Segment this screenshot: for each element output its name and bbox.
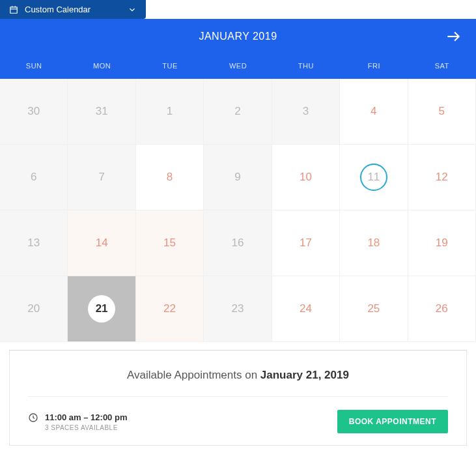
day-number: 19 xyxy=(436,237,448,250)
calendar-day[interactable]: 22 xyxy=(136,276,204,342)
calendar-grid: 3031123456789101112131415161718192021222… xyxy=(0,79,476,342)
day-number: 24 xyxy=(300,302,312,315)
day-number: 10 xyxy=(300,171,312,184)
month-title: JANUARY 2019 xyxy=(199,31,277,42)
svg-rect-0 xyxy=(10,7,18,12)
calendar-day[interactable]: 7 xyxy=(68,145,135,210)
calendar-day[interactable]: 6 xyxy=(0,145,68,210)
calendar-day[interactable]: 12 xyxy=(408,145,476,210)
next-month-button[interactable] xyxy=(445,28,462,45)
calendar-day[interactable]: 3 xyxy=(272,79,340,145)
day-number: 11 xyxy=(360,164,387,191)
day-number: 26 xyxy=(436,302,448,315)
slot-time: 11:00 am – 12:00 pm xyxy=(45,412,127,422)
appointments-title-prefix: Available Appointments on xyxy=(127,369,260,381)
calendar-day[interactable]: 5 xyxy=(408,79,476,145)
day-of-week-row: SUNMONTUEWEDTHUFRISAT xyxy=(0,54,476,79)
dow-cell: WED xyxy=(204,54,272,79)
day-number: 1 xyxy=(167,105,173,118)
day-number: 16 xyxy=(232,237,244,250)
calendar-day[interactable]: 23 xyxy=(204,276,272,342)
day-number: 4 xyxy=(371,105,376,118)
month-header: JANUARY 2019 xyxy=(0,19,476,54)
day-number: 3 xyxy=(303,105,309,118)
slot-row: 11:00 am – 12:00 pm 3 SPACES AVAILABLE B… xyxy=(28,397,448,433)
calendar-day[interactable]: 10 xyxy=(272,145,340,210)
dow-cell: THU xyxy=(272,54,340,79)
dow-cell: TUE xyxy=(136,54,204,79)
calendar-day[interactable]: 19 xyxy=(408,210,476,276)
calendar-day[interactable]: 26 xyxy=(408,276,476,342)
day-number: 9 xyxy=(234,171,240,184)
calendar-day[interactable]: 20 xyxy=(0,276,68,342)
day-number: 7 xyxy=(98,171,104,184)
calendar-day[interactable]: 8 xyxy=(136,145,204,210)
calendar-icon xyxy=(9,5,18,14)
calendar: JANUARY 2019 SUNMONTUEWEDTHUFRISAT 30311… xyxy=(0,19,476,342)
day-number: 18 xyxy=(367,237,380,250)
day-number: 25 xyxy=(367,302,380,315)
calendar-day[interactable]: 16 xyxy=(204,210,272,276)
calendar-day[interactable]: 2 xyxy=(204,79,272,145)
slot-availability: 3 SPACES AVAILABLE xyxy=(45,424,127,431)
day-number: 31 xyxy=(96,105,108,118)
calendar-day[interactable]: 4 xyxy=(340,79,408,145)
day-number: 20 xyxy=(27,302,40,315)
day-number: 12 xyxy=(436,171,448,184)
day-number: 14 xyxy=(96,237,108,250)
chevron-down-icon xyxy=(128,5,137,14)
dow-cell: FRI xyxy=(340,54,408,79)
calendar-day[interactable]: 13 xyxy=(0,210,68,276)
calendar-day[interactable]: 1 xyxy=(136,79,204,145)
day-number: 8 xyxy=(167,171,173,184)
calendar-day[interactable]: 18 xyxy=(340,210,408,276)
appointments-panel: Available Appointments on January 21, 20… xyxy=(9,350,467,446)
calendar-day[interactable]: 15 xyxy=(136,210,204,276)
calendar-day[interactable]: 9 xyxy=(204,145,272,210)
dow-cell: SAT xyxy=(408,54,476,79)
dow-cell: SUN xyxy=(0,54,68,79)
day-number: 17 xyxy=(300,237,312,250)
calendar-day[interactable]: 31 xyxy=(68,79,135,145)
appointments-title-date: January 21, 2019 xyxy=(260,369,349,381)
calendar-dropdown[interactable]: Custom Calendar xyxy=(0,0,146,19)
dropdown-label: Custom Calendar xyxy=(25,5,91,14)
clock-icon xyxy=(28,412,38,423)
day-number: 23 xyxy=(232,302,244,315)
calendar-day[interactable]: 21 xyxy=(68,276,135,342)
day-number: 13 xyxy=(27,237,40,250)
calendar-day[interactable]: 17 xyxy=(272,210,340,276)
day-number: 6 xyxy=(31,171,36,184)
calendar-day[interactable]: 11 xyxy=(340,145,408,210)
calendar-day[interactable]: 30 xyxy=(0,79,68,145)
calendar-day[interactable]: 25 xyxy=(340,276,408,342)
appointments-title: Available Appointments on January 21, 20… xyxy=(28,369,448,397)
dow-cell: MON xyxy=(68,54,135,79)
day-number: 5 xyxy=(439,105,445,118)
calendar-day[interactable]: 24 xyxy=(272,276,340,342)
day-number: 2 xyxy=(234,105,240,118)
day-number: 15 xyxy=(163,237,176,250)
day-number: 22 xyxy=(163,302,176,315)
calendar-day[interactable]: 14 xyxy=(68,210,135,276)
day-number: 21 xyxy=(88,295,115,323)
book-appointment-button[interactable]: BOOK APPOINTMENT xyxy=(337,410,448,433)
day-number: 30 xyxy=(27,105,40,118)
